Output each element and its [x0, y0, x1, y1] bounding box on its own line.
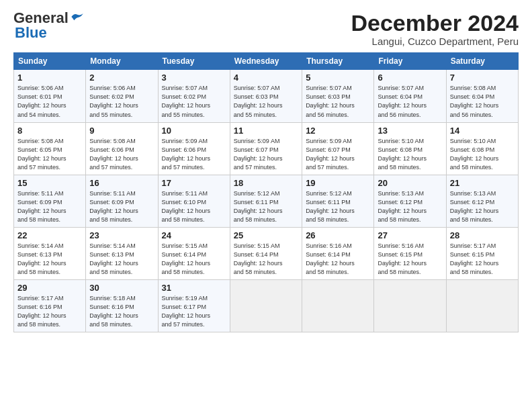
day-info: Sunrise: 5:16 AMSunset: 6:14 PMDaylight:… [306, 242, 370, 277]
day-info: Sunrise: 5:06 AMSunset: 6:01 PMDaylight:… [17, 84, 82, 119]
logo: General Blue [13, 11, 84, 40]
day-number: 6 [378, 73, 442, 83]
day-number: 19 [306, 178, 370, 188]
day-number: 10 [162, 126, 226, 136]
calendar-cell: 27Sunrise: 5:16 AMSunset: 6:15 PMDayligh… [374, 227, 446, 279]
day-info: Sunrise: 5:09 AMSunset: 6:06 PMDaylight:… [162, 137, 226, 172]
day-number: 16 [89, 178, 154, 188]
day-info: Sunrise: 5:09 AMSunset: 6:07 PMDaylight:… [306, 137, 370, 172]
day-info: Sunrise: 5:11 AMSunset: 6:10 PMDaylight:… [162, 189, 226, 224]
calendar-cell [446, 280, 518, 332]
calendar-subtitle: Langui, Cuzco Department, Peru [351, 36, 519, 47]
day-info: Sunrise: 5:08 AMSunset: 6:04 PMDaylight:… [450, 84, 515, 119]
day-info: Sunrise: 5:12 AMSunset: 6:11 PMDaylight:… [306, 189, 370, 224]
day-info: Sunrise: 5:15 AMSunset: 6:14 PMDaylight:… [234, 242, 298, 277]
calendar-cell: 18Sunrise: 5:12 AMSunset: 6:11 PMDayligh… [230, 175, 302, 227]
calendar-week-4: 22Sunrise: 5:14 AMSunset: 6:13 PMDayligh… [14, 227, 519, 279]
day-info: Sunrise: 5:14 AMSunset: 6:13 PMDaylight:… [89, 242, 154, 277]
day-number: 11 [234, 126, 298, 136]
calendar-cell: 12Sunrise: 5:09 AMSunset: 6:07 PMDayligh… [302, 122, 374, 175]
calendar-cell: 11Sunrise: 5:09 AMSunset: 6:07 PMDayligh… [230, 122, 302, 175]
day-number: 29 [17, 283, 82, 293]
day-info: Sunrise: 5:13 AMSunset: 6:12 PMDaylight:… [378, 189, 442, 224]
calendar-cell: 5Sunrise: 5:07 AMSunset: 6:03 PMDaylight… [302, 70, 374, 122]
day-number: 20 [378, 178, 442, 188]
calendar-cell [302, 280, 374, 332]
day-info: Sunrise: 5:12 AMSunset: 6:11 PMDaylight:… [234, 189, 298, 224]
calendar-cell: 29Sunrise: 5:17 AMSunset: 6:16 PMDayligh… [14, 280, 86, 332]
day-info: Sunrise: 5:14 AMSunset: 6:13 PMDaylight:… [17, 242, 82, 277]
day-info: Sunrise: 5:17 AMSunset: 6:15 PMDaylight:… [450, 242, 515, 277]
weekday-header-monday: Monday [86, 53, 158, 70]
day-number: 4 [234, 73, 298, 83]
calendar-cell: 16Sunrise: 5:11 AMSunset: 6:09 PMDayligh… [86, 175, 158, 227]
day-number: 27 [378, 230, 442, 240]
day-number: 8 [17, 126, 82, 136]
day-info: Sunrise: 5:07 AMSunset: 6:03 PMDaylight:… [306, 84, 370, 119]
calendar-cell: 28Sunrise: 5:17 AMSunset: 6:15 PMDayligh… [446, 227, 518, 279]
day-number: 23 [89, 230, 154, 240]
day-number: 5 [306, 73, 370, 83]
day-number: 14 [450, 126, 515, 136]
day-number: 3 [162, 73, 226, 83]
calendar-week-5: 29Sunrise: 5:17 AMSunset: 6:16 PMDayligh… [14, 280, 519, 332]
day-number: 13 [378, 126, 442, 136]
calendar-cell: 6Sunrise: 5:07 AMSunset: 6:04 PMDaylight… [374, 70, 446, 122]
weekday-header-thursday: Thursday [302, 53, 374, 70]
calendar-cell: 10Sunrise: 5:09 AMSunset: 6:06 PMDayligh… [158, 122, 230, 175]
page: General Blue December 2024 Langui, Cuzco… [0, 0, 532, 411]
calendar-week-1: 1Sunrise: 5:06 AMSunset: 6:01 PMDaylight… [14, 70, 519, 122]
weekday-header-row: SundayMondayTuesdayWednesdayThursdayFrid… [14, 53, 519, 70]
calendar-cell: 20Sunrise: 5:13 AMSunset: 6:12 PMDayligh… [374, 175, 446, 227]
day-info: Sunrise: 5:13 AMSunset: 6:12 PMDaylight:… [450, 189, 515, 224]
weekday-header-sunday: Sunday [14, 53, 86, 70]
calendar-cell: 19Sunrise: 5:12 AMSunset: 6:11 PMDayligh… [302, 175, 374, 227]
day-info: Sunrise: 5:07 AMSunset: 6:04 PMDaylight:… [378, 84, 442, 119]
calendar-cell [374, 280, 446, 332]
day-info: Sunrise: 5:07 AMSunset: 6:03 PMDaylight:… [234, 84, 298, 119]
calendar-cell: 21Sunrise: 5:13 AMSunset: 6:12 PMDayligh… [446, 175, 518, 227]
calendar-title: December 2024 [351, 11, 519, 36]
day-number: 2 [89, 73, 154, 83]
day-info: Sunrise: 5:11 AMSunset: 6:09 PMDaylight:… [89, 189, 154, 224]
day-info: Sunrise: 5:11 AMSunset: 6:09 PMDaylight:… [17, 189, 82, 224]
day-number: 30 [89, 283, 154, 293]
day-number: 17 [162, 178, 226, 188]
weekday-header-friday: Friday [374, 53, 446, 70]
calendar-cell: 7Sunrise: 5:08 AMSunset: 6:04 PMDaylight… [446, 70, 518, 122]
logo-blue: Blue [15, 26, 47, 40]
day-info: Sunrise: 5:06 AMSunset: 6:02 PMDaylight:… [89, 84, 154, 119]
calendar-cell [230, 280, 302, 332]
logo-bird-icon [71, 12, 84, 21]
day-info: Sunrise: 5:08 AMSunset: 6:05 PMDaylight:… [17, 137, 82, 172]
day-number: 15 [17, 178, 82, 188]
day-number: 26 [306, 230, 370, 240]
calendar-cell: 3Sunrise: 5:07 AMSunset: 6:02 PMDaylight… [158, 70, 230, 122]
calendar-cell: 26Sunrise: 5:16 AMSunset: 6:14 PMDayligh… [302, 227, 374, 279]
day-info: Sunrise: 5:15 AMSunset: 6:14 PMDaylight:… [162, 242, 226, 277]
calendar-cell: 25Sunrise: 5:15 AMSunset: 6:14 PMDayligh… [230, 227, 302, 279]
day-info: Sunrise: 5:07 AMSunset: 6:02 PMDaylight:… [162, 84, 226, 119]
day-info: Sunrise: 5:19 AMSunset: 6:17 PMDaylight:… [162, 294, 226, 329]
day-info: Sunrise: 5:16 AMSunset: 6:15 PMDaylight:… [378, 242, 442, 277]
calendar-table: SundayMondayTuesdayWednesdayThursdayFrid… [13, 52, 519, 332]
calendar-cell: 2Sunrise: 5:06 AMSunset: 6:02 PMDaylight… [86, 70, 158, 122]
day-number: 7 [450, 73, 515, 83]
day-number: 24 [162, 230, 226, 240]
calendar-cell: 15Sunrise: 5:11 AMSunset: 6:09 PMDayligh… [14, 175, 86, 227]
calendar-week-2: 8Sunrise: 5:08 AMSunset: 6:05 PMDaylight… [14, 122, 519, 175]
day-number: 12 [306, 126, 370, 136]
calendar-cell: 24Sunrise: 5:15 AMSunset: 6:14 PMDayligh… [158, 227, 230, 279]
day-info: Sunrise: 5:08 AMSunset: 6:06 PMDaylight:… [89, 137, 154, 172]
calendar-cell: 1Sunrise: 5:06 AMSunset: 6:01 PMDaylight… [14, 70, 86, 122]
calendar-cell: 9Sunrise: 5:08 AMSunset: 6:06 PMDaylight… [86, 122, 158, 175]
day-number: 1 [17, 73, 82, 83]
day-number: 9 [89, 126, 154, 136]
weekday-header-tuesday: Tuesday [158, 53, 230, 70]
day-number: 21 [450, 178, 515, 188]
day-number: 22 [17, 230, 82, 240]
day-info: Sunrise: 5:10 AMSunset: 6:08 PMDaylight:… [450, 137, 515, 172]
calendar-cell: 4Sunrise: 5:07 AMSunset: 6:03 PMDaylight… [230, 70, 302, 122]
calendar-cell: 22Sunrise: 5:14 AMSunset: 6:13 PMDayligh… [14, 227, 86, 279]
weekday-header-saturday: Saturday [446, 53, 518, 70]
